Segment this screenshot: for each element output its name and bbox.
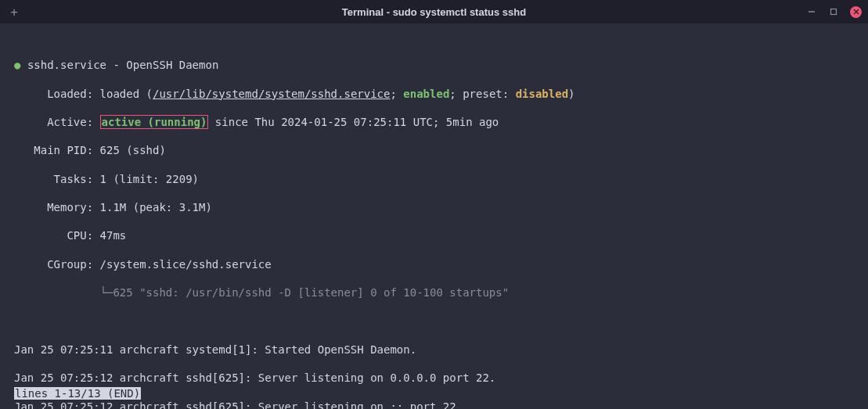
blank-line (14, 314, 854, 328)
pager-status-line: lines 1-13/13 (END) (14, 387, 141, 400)
memory-line: Memory: 1.1M (peak: 3.1M) (14, 200, 854, 214)
unit-file-path: /usr/lib/systemd/system/sshd.service (153, 88, 390, 100)
highlight-box: active (running) (100, 115, 209, 129)
new-tab-button[interactable]: + (6, 4, 22, 20)
pager-status-text: lines 1-13/13 (END) (14, 387, 141, 400)
mainpid-line: Main PID: 625 (sshd) (14, 143, 854, 157)
log-line-3: Jan 25 07:25:12 archcraft sshd[625]: Ser… (14, 400, 854, 409)
service-header-line: ● sshd.service - OpenSSH Daemon (14, 58, 854, 72)
minimize-icon (808, 8, 816, 16)
tasks-line: Tasks: 1 (limit: 2209) (14, 172, 854, 186)
window-controls (806, 6, 862, 18)
svg-rect-1 (831, 9, 837, 15)
cpu-line: CPU: 47ms (14, 228, 854, 242)
close-button[interactable] (850, 6, 862, 18)
maximize-icon (830, 8, 837, 16)
active-line: Active: active (running) since Thu 2024-… (14, 115, 854, 129)
titlebar: + Terminal - sudo systemctl status sshd (0, 0, 868, 23)
active-state: active (running) (102, 116, 207, 128)
terminal-output[interactable]: ● sshd.service - OpenSSH Daemon Loaded: … (0, 23, 868, 409)
preset-state: disabled (516, 88, 568, 100)
service-name: sshd.service - OpenSSH Daemon (27, 59, 218, 71)
log-line-2: Jan 25 07:25:12 archcraft sshd[625]: Ser… (14, 371, 854, 385)
maximize-button[interactable] (828, 6, 839, 17)
window-title: Terminal - sudo systemctl status sshd (342, 6, 526, 18)
enabled-state: enabled (403, 88, 449, 100)
cgroup-line: CGroup: /system.slice/sshd.service (14, 257, 854, 271)
close-icon (853, 9, 859, 15)
minimize-button[interactable] (806, 6, 817, 17)
loaded-line: Loaded: loaded (/usr/lib/systemd/system/… (14, 87, 854, 101)
cgroup-tree-line: └─625 "sshd: /usr/bin/sshd -D [listener]… (14, 285, 854, 300)
log-line-1: Jan 25 07:25:11 archcraft systemd[1]: St… (14, 343, 854, 357)
status-bullet-icon: ● (14, 59, 20, 71)
